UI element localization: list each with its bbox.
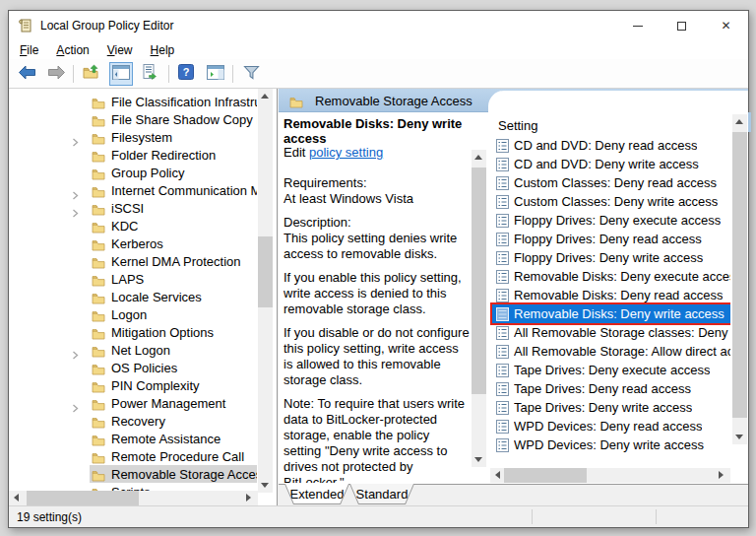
- policy-icon: [496, 139, 509, 153]
- folder-icon: [92, 131, 105, 143]
- setting-row[interactable]: Floppy Drives: Deny execute access: [490, 211, 730, 230]
- folder-icon: [92, 450, 105, 462]
- tab-standard[interactable]: Standard: [349, 484, 414, 504]
- setting-row[interactable]: Tape Drives: Deny execute access: [490, 361, 730, 379]
- tree-item-os-policies[interactable]: OS Policies: [9, 359, 257, 376]
- tree-item-highlight: KDC: [90, 217, 143, 234]
- setting-column-header[interactable]: Setting: [498, 118, 537, 133]
- setting-label: Tape Drives: Deny read access: [514, 381, 691, 396]
- policy-icon: [496, 326, 509, 340]
- desc-vscroll-thumb[interactable]: [472, 168, 486, 394]
- tree-item-label: Net Logon: [111, 343, 170, 358]
- tree-hscroll-thumb[interactable]: [27, 491, 139, 505]
- setting-row[interactable]: Floppy Drives: Deny read access: [490, 230, 730, 248]
- setting-label: Removable Disks: Deny write access: [514, 306, 724, 321]
- tree-item-highlight: Recovery: [90, 412, 170, 430]
- tree-item-power-management[interactable]: Power Management: [9, 394, 257, 412]
- folder-icon: [92, 344, 105, 356]
- tree-vertical-scrollbar[interactable]: [258, 89, 273, 493]
- tree-item-kdc[interactable]: KDC: [9, 217, 257, 234]
- menu-item-file[interactable]: File: [11, 41, 47, 59]
- policy-icon: [496, 364, 509, 377]
- tab-extended[interactable]: Extended: [284, 484, 349, 504]
- setting-row[interactable]: Custom Classes: Deny write access: [490, 192, 730, 211]
- chevron-right-icon: [71, 186, 80, 195]
- setting-row[interactable]: Floppy Drives: Deny write access: [490, 248, 730, 267]
- title-bar[interactable]: Local Group Policy Editor ✕: [9, 11, 748, 40]
- setting-row[interactable]: Removable Disks: Deny write access: [490, 304, 730, 323]
- scroll-up-icon[interactable]: [735, 119, 743, 124]
- tree-vscroll-thumb[interactable]: [258, 236, 273, 307]
- setting-row[interactable]: CD and DVD: Deny read access: [490, 136, 730, 155]
- setting-row[interactable]: All Removable Storage: Allow direct acce…: [490, 342, 730, 361]
- scroll-up-icon[interactable]: [474, 155, 482, 160]
- tree-item-file-share-shadow-copy-prov[interactable]: File Share Shadow Copy Prov: [9, 110, 257, 128]
- description-paragraph: Description: This policy setting denies …: [284, 215, 470, 262]
- tree-item-removable-storage-access[interactable]: Removable Storage Access: [9, 465, 257, 483]
- tree-item-internet-communication-ma[interactable]: Internet Communication Ma: [9, 181, 257, 199]
- tree-item-pin-complexity[interactable]: PIN Complexity: [9, 376, 257, 394]
- scroll-up-icon[interactable]: [261, 94, 269, 99]
- tree-item-folder-redirection[interactable]: Folder Redirection: [9, 146, 257, 164]
- setting-row[interactable]: Removable Disks: Deny execute access: [490, 267, 730, 286]
- tab-label: Standard: [350, 484, 413, 503]
- back-button[interactable]: [15, 62, 38, 86]
- scroll-right-icon[interactable]: [719, 471, 724, 479]
- scroll-left-icon[interactable]: [14, 494, 19, 502]
- tree-horizontal-scrollbar[interactable]: [9, 491, 258, 505]
- tree-item-highlight: Power Management: [90, 394, 230, 412]
- tree-item-iscsi[interactable]: iSCSI: [9, 199, 257, 217]
- menu-bar: FileActionViewHelp: [9, 40, 748, 59]
- setting-row[interactable]: Tape Drives: Deny read access: [490, 379, 730, 398]
- minimize-icon: [633, 26, 643, 27]
- setting-row[interactable]: Custom Classes: Deny read access: [490, 173, 730, 192]
- tree-item-net-logon[interactable]: Net Logon: [9, 341, 257, 359]
- scroll-down-icon[interactable]: [261, 483, 269, 488]
- setting-row[interactable]: Removable Disks: Deny read access: [490, 286, 730, 304]
- tree-item-file-classification-infrastruct[interactable]: File Classification Infrastruct: [9, 93, 257, 110]
- tree-item-recovery[interactable]: Recovery: [9, 412, 257, 430]
- tree-item-kerberos[interactable]: Kerberos: [9, 234, 257, 252]
- show-action-pane-button[interactable]: [204, 62, 227, 86]
- tree-item-logon[interactable]: Logon: [9, 305, 257, 323]
- forward-button[interactable]: [44, 62, 68, 86]
- list-hscroll-thumb[interactable]: [504, 468, 587, 483]
- list-vscroll-thumb[interactable]: [732, 132, 747, 418]
- menu-item-action[interactable]: Action: [47, 41, 97, 59]
- export-list-button[interactable]: [139, 62, 162, 86]
- tree-item-mitigation-options[interactable]: Mitigation Options: [9, 323, 257, 341]
- setting-row[interactable]: Tape Drives: Deny write access: [490, 398, 730, 417]
- help-button[interactable]: ?: [174, 62, 198, 86]
- scroll-down-icon[interactable]: [735, 435, 743, 439]
- maximize-button[interactable]: [660, 11, 704, 40]
- menu-item-help[interactable]: Help: [142, 41, 184, 59]
- filter-button[interactable]: [239, 62, 263, 86]
- tree-item-remote-procedure-call[interactable]: Remote Procedure Call: [9, 447, 257, 465]
- tree-item-remote-assistance[interactable]: Remote Assistance: [9, 430, 257, 447]
- tree-item-locale-services[interactable]: Locale Services: [9, 288, 257, 305]
- maximize-icon: [677, 22, 686, 31]
- close-button[interactable]: ✕: [704, 11, 748, 40]
- minimize-button[interactable]: [615, 11, 660, 40]
- up-one-level-button[interactable]: [80, 62, 103, 86]
- show-console-tree-button[interactable]: [109, 62, 133, 86]
- tree-item-kernel-dma-protection[interactable]: Kernel DMA Protection: [9, 252, 257, 270]
- description-vertical-scrollbar[interactable]: [472, 150, 486, 467]
- tree-item-group-policy[interactable]: Group Policy: [9, 164, 257, 181]
- scroll-down-icon[interactable]: [474, 457, 482, 462]
- setting-row[interactable]: WPD Devices: Deny read access: [490, 417, 730, 436]
- tree-item-highlight: Logon: [90, 305, 152, 323]
- edit-policy-setting-link[interactable]: policy setting: [309, 145, 383, 160]
- toolbar-separator: [232, 65, 233, 83]
- menu-item-view[interactable]: View: [98, 41, 142, 59]
- scroll-right-icon[interactable]: [246, 494, 251, 502]
- setting-row[interactable]: All Removable Storage classes: Deny all …: [490, 323, 730, 342]
- scroll-left-icon[interactable]: [495, 471, 500, 479]
- tree-item-filesystem[interactable]: Filesystem: [9, 128, 257, 146]
- settings-list-panel: Setting CD and DVD: Deny read accessCD a…: [488, 91, 748, 484]
- setting-row[interactable]: WPD Devices: Deny write access: [490, 436, 730, 454]
- setting-row[interactable]: CD and DVD: Deny write access: [490, 155, 730, 173]
- list-vertical-scrollbar[interactable]: [732, 114, 747, 444]
- tree-item-laps[interactable]: LAPS: [9, 270, 257, 288]
- list-horizontal-scrollbar[interactable]: [490, 468, 730, 483]
